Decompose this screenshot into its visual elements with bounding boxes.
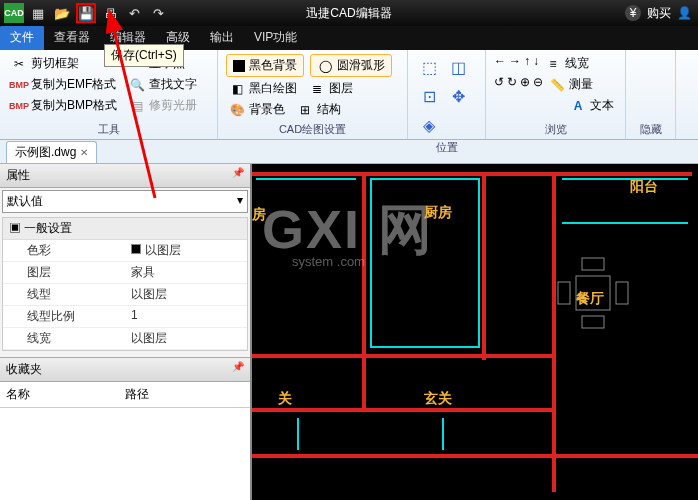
property-selector[interactable]: 默认值 ▾ (2, 190, 248, 213)
svg-rect-0 (576, 276, 610, 310)
tab-file[interactable]: 文件 (0, 25, 44, 50)
pos-icon-2[interactable]: ◫ (445, 54, 471, 80)
zoom-in-icon[interactable]: ⊕ (520, 75, 530, 94)
buy-link[interactable]: 购买 (647, 5, 671, 22)
svg-rect-2 (616, 282, 628, 304)
line-icon: ≡ (545, 56, 561, 72)
property-row[interactable]: 线型比例1 (3, 306, 247, 328)
linewidth-button[interactable]: ≡线宽 (542, 54, 592, 73)
black-square-icon (233, 60, 245, 72)
document-tab[interactable]: 示例图.dwg ✕ (6, 141, 97, 163)
group-label-tools: 工具 (8, 120, 209, 137)
favorites-columns: 名称 路径 (0, 382, 250, 408)
app-title: 迅捷CAD编辑器 (306, 5, 391, 22)
trim-album-button[interactable]: ▤修剪光册 (126, 96, 200, 115)
arc-icon: ◯ (317, 58, 333, 74)
album-icon: ▤ (129, 98, 145, 114)
nav-up-icon[interactable]: ↑ (524, 54, 530, 73)
nav-right-icon[interactable]: → (509, 54, 521, 73)
room-guan: 关 (278, 390, 292, 408)
currency-icon[interactable]: ¥ (625, 5, 641, 21)
tab-viewer[interactable]: 查看器 (44, 25, 100, 50)
pos-icon-3[interactable]: ⊡ (416, 83, 442, 109)
property-category[interactable]: ▣ 一般设置 (3, 218, 247, 240)
pin-icon[interactable]: 📌 (232, 167, 244, 184)
structure-button[interactable]: ⊞结构 (294, 100, 344, 119)
col-name: 名称 (6, 386, 125, 403)
properties-title: 属性 (6, 167, 30, 184)
property-grid: ▣ 一般设置 色彩以图层 图层家具 线型以图层 线型比例1 线宽以图层 (2, 217, 248, 351)
chevron-down-icon: ▾ (237, 193, 243, 210)
pos-icon-5[interactable]: ◈ (416, 112, 442, 138)
bmp-icon: BMP (11, 77, 27, 93)
saveas-icon[interactable]: 🖶 (100, 3, 120, 23)
layer-button[interactable]: ≣图层 (306, 79, 356, 98)
tree-icon: ⊞ (297, 102, 313, 118)
group-label-hide: 隐藏 (634, 120, 667, 137)
group-label-pos: 位置 (416, 138, 477, 155)
side-panel: 属性 📌 默认值 ▾ ▣ 一般设置 色彩以图层 图层家具 线型以图层 线型比例1… (0, 164, 252, 500)
user-icon[interactable]: 👤 (677, 6, 692, 20)
measure-button[interactable]: 📏测量 (546, 75, 596, 94)
save-tooltip: 保存(Ctrl+S) (104, 44, 184, 67)
favorites-title: 收藏夹 (6, 361, 42, 378)
nav-left-icon[interactable]: ← (494, 54, 506, 73)
bw-draw-button[interactable]: ◧黑白绘图 (226, 79, 300, 98)
save-icon[interactable]: 💾 (76, 3, 96, 23)
nav-down-icon[interactable]: ↓ (533, 54, 539, 73)
pos-icon-4[interactable]: ✥ (445, 83, 471, 109)
find-text-button[interactable]: 🔍查找文字 (126, 75, 200, 94)
room-entrance: 玄关 (424, 390, 452, 408)
cad-logo-icon: CAD (4, 3, 24, 23)
palette-icon: 🎨 (229, 102, 245, 118)
pos-icon-1[interactable]: ⬚ (416, 54, 442, 80)
room-fang: 房 (252, 206, 266, 224)
copy-bmp-button[interactable]: BMP复制为BMP格式 (8, 96, 120, 115)
copy-emf-button[interactable]: BMP复制为EMF格式 (8, 75, 120, 94)
svg-rect-3 (582, 258, 604, 270)
svg-rect-1 (558, 282, 570, 304)
favorites-list[interactable] (0, 408, 250, 500)
property-row[interactable]: 线宽以图层 (3, 328, 247, 350)
smooth-arc-button[interactable]: ◯圆滑弧形 (310, 54, 392, 77)
bmp-icon: BMP (11, 98, 27, 114)
ruler-icon: 📏 (549, 77, 565, 93)
pin-icon[interactable]: 📌 (232, 361, 244, 378)
layers-icon: ≣ (309, 81, 325, 97)
bw-icon: ◧ (229, 81, 245, 97)
rot-cw-icon[interactable]: ↻ (507, 75, 517, 94)
col-path: 路径 (125, 386, 244, 403)
find-icon: 🔍 (129, 77, 145, 93)
zoom-out-icon[interactable]: ⊖ (533, 75, 543, 94)
bg-color-button[interactable]: 🎨背景色 (226, 100, 288, 119)
watermark-sub: system .com (292, 254, 365, 269)
room-balcony: 阳台 (630, 178, 658, 196)
dining-table-icon (548, 254, 638, 334)
new-icon[interactable]: ▦ (28, 3, 48, 23)
scissors-icon: ✂ (11, 56, 27, 72)
room-kitchen: 厨房 (424, 204, 452, 222)
drawing-canvas[interactable]: GXI 网 system .com 阳台 厨房 餐厅 玄关 关 房 (252, 164, 698, 500)
close-tab-icon[interactable]: ✕ (80, 147, 88, 158)
property-row[interactable]: 图层家具 (3, 262, 247, 284)
favorites-header: 收藏夹 📌 (0, 357, 250, 382)
properties-header: 属性 📌 (0, 164, 250, 188)
text-button[interactable]: A文本 (567, 96, 617, 115)
redo-icon[interactable]: ↷ (148, 3, 168, 23)
group-label-browse: 浏览 (494, 120, 617, 137)
group-label-cad: CAD绘图设置 (226, 120, 399, 137)
document-tab-label: 示例图.dwg (15, 144, 76, 161)
open-icon[interactable]: 📂 (52, 3, 72, 23)
document-tab-bar: 示例图.dwg ✕ (0, 140, 698, 164)
black-bg-button[interactable]: 黑色背景 (226, 54, 304, 77)
text-icon: A (570, 98, 586, 114)
tab-output[interactable]: 输出 (200, 25, 244, 50)
rot-ccw-icon[interactable]: ↺ (494, 75, 504, 94)
svg-rect-4 (582, 316, 604, 328)
property-row[interactable]: 色彩以图层 (3, 240, 247, 262)
undo-icon[interactable]: ↶ (124, 3, 144, 23)
property-row[interactable]: 线型以图层 (3, 284, 247, 306)
tab-vip[interactable]: VIP功能 (244, 25, 307, 50)
